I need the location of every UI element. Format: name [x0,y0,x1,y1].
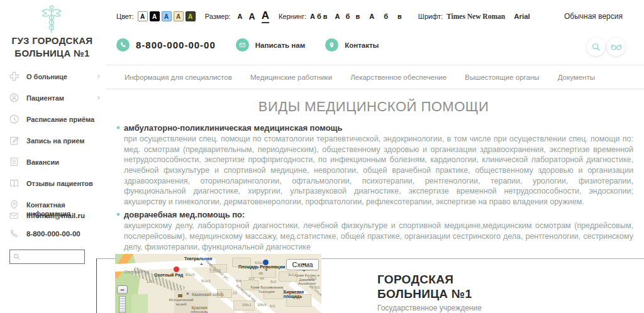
sidebar-contacts: infomail@mail.ru 8-800-000-00-00 [9,211,100,247]
map-house-number: 3/8с1 [242,303,252,307]
sidebar-item-patients[interactable]: Пациентам › [9,92,100,103]
phone-icon [9,229,19,239]
caduceus-logo-icon [31,4,72,34]
map-house-number: 13 [233,291,237,295]
font-size-large-button[interactable]: А [262,9,269,23]
church-cross-icon: + [186,291,189,297]
sidebar-phone[interactable]: 8-800-000-00-00 [9,229,100,239]
phone-link[interactable]: 8-800-000-00-00 [116,38,216,52]
patient-icon [9,92,19,103]
map-label-khram-bogoyavleniya: Храм Богоявления Господня [248,285,285,294]
sidebar-item-vacancies[interactable]: Вакансии [9,156,100,167]
map-house-number: 3с1 [288,273,294,277]
sidebar-search-box[interactable] [9,250,85,264]
visually-impaired-button[interactable] [607,38,625,56]
sidebar-item-reviews[interactable]: Отзывы пациентов [9,178,100,189]
map-zoom-out-button[interactable]: − [117,285,128,294]
location-pin-icon [9,199,19,210]
church-cross-icon: + [265,267,268,273]
accessibility-toolbar: Цвет: А А А А А Размер: А А А Кернинг: А… [116,10,530,23]
map-house-number: 3 [220,291,222,295]
kerning-medium-button[interactable]: А б в [335,13,362,20]
service-section-prehospital: доврачебная мед.помощь по: акушерскому д… [116,210,633,252]
map-house-number: 7/3с1 [311,285,320,289]
color-label: Цвет: [116,13,134,20]
phone-icon [116,38,130,52]
kerning-normal-button[interactable]: А б в [310,13,328,20]
map-layer-select[interactable]: Схема ▼ [286,259,319,270]
map-label-okhotny-street: Охотный Ряд [124,270,149,274]
service-section-ambulatory: амбулаторно-поликлиническая медицинская … [116,123,633,207]
sidebar-item-schedule[interactable]: Расписание приёма [9,114,100,124]
map-house-number: 3/8с5 [257,303,267,307]
map-label-okhotny-metro: Охотный Ряд [154,273,183,277]
sidebar-menu: О больнице › Пациентам › Расписание приё… [9,71,100,229]
color-swatch-beige[interactable]: А [174,11,184,21]
map-house-number: 2с3 [248,277,255,280]
church-cross-icon: + [200,261,203,267]
sidebar-email[interactable]: infomail@mail.ru [9,211,100,221]
nav-item-medical-workers[interactable]: Медицинские работники [250,74,332,81]
color-swatch-black[interactable]: А [150,11,160,21]
write-us-link[interactable]: Написать нам [236,38,305,52]
hospital-website-page: ГУЗ ГОРОДСКАЯ БОЛЬНИЦА №1 О больнице › П… [0,0,644,313]
location-map[interactable]: Театральная Площадь Революции Охотный Ря… [115,254,321,313]
map-house-number: 4А [260,277,264,280]
main-nav: Информация для специалистов Медицинские … [106,65,644,89]
search-icon [13,253,20,260]
clock-icon [9,114,19,124]
map-house-number: 6/2с1 [255,261,264,265]
section-body: акушерскому делу, лабораторной диагности… [124,221,633,252]
map-house-number: 4Б [258,272,263,275]
map-label-kazansky: Казанский собор [192,292,224,297]
color-swatch-blue[interactable]: А [162,11,172,21]
map-house-number: 7,9с13 [209,268,221,272]
contacts-link[interactable]: Контакты [325,38,379,52]
sidebar: ГУЗ ГОРОДСКАЯ БОЛЬНИЦА №1 О больнице › П… [0,0,104,313]
sidebar-item-appointment[interactable]: Запись на прием [9,135,100,146]
sidebar-item-about[interactable]: О больнице › [9,71,100,82]
page-title: ВИДЫ МЕДИЦИНСКОЙ ПОМОЩИ [115,99,632,115]
book-icon [9,178,19,189]
color-swatch-white[interactable]: А [138,11,148,21]
map-house-number: 1/5с1 [308,277,317,280]
map-zoom-slider[interactable] [119,296,126,313]
map-label-birzhevaya: Биржевая площадь [284,290,310,299]
normal-version-link[interactable]: Обычная версия [564,12,623,21]
font-size-small-button[interactable]: А [238,13,243,20]
nav-item-documents[interactable]: Документы [558,74,595,81]
map-house-number: 5/1с3 [201,279,211,283]
map-park [131,294,148,313]
nav-item-drug-provision[interactable]: Лекарственное обеспечение [350,74,447,81]
font-times-button[interactable]: Times New Roman [447,13,505,20]
section-body: при осуществлении спец. помощи по стомат… [124,134,633,207]
map-house-number: 6с2 [270,280,277,283]
section-title: доврачебная мед.помощь по: [124,210,633,219]
map-house-number: 1с2 [147,280,153,283]
color-swatch-dark[interactable]: А [186,11,196,21]
main-content: амбулаторно-поликлиническая медицинская … [116,123,633,255]
search-button[interactable] [587,38,605,56]
nav-item-higher-authorities[interactable]: Вышестоящие органы [465,74,539,81]
document-list-icon [9,156,19,167]
font-size-medium-button[interactable]: А [249,11,255,21]
museum-icon [178,294,182,297]
contact-bar: 8-800-000-00-00 Написать нам Контакты [116,38,399,52]
nav-item-specialists[interactable]: Информация для специалистов [125,74,232,81]
metro-okhotny-ryad-icon [174,266,179,272]
location-pin-icon [325,38,338,52]
envelope-icon [236,38,249,52]
map-house-number: 5/2 [270,304,275,308]
section-title: амбулаторно-поликлиническая медицинская … [124,123,633,133]
map-house-number: 5/1с5 [186,273,195,277]
kerning-wide-button[interactable]: А б в [369,13,406,20]
dropdown-arrow-icon: ▼ [302,263,306,266]
font-label: Шрифт: [418,13,443,20]
kerning-label: Кернинг: [279,13,306,20]
font-arial-button[interactable]: Arial [514,13,530,20]
sidebar-search-input[interactable] [23,253,79,261]
envelope-icon [9,211,19,221]
chevron-right-icon: › [97,92,100,102]
cross-icon [9,71,19,82]
size-label: Размер: [205,13,231,20]
